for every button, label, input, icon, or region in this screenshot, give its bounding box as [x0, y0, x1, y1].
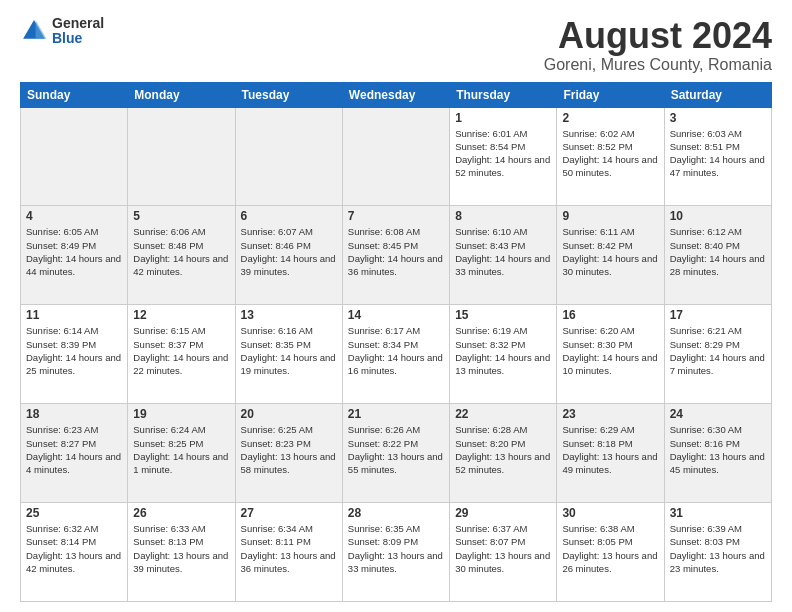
day-number: 5 [133, 209, 229, 223]
day-info: Sunrise: 6:16 AMSunset: 8:35 PMDaylight:… [241, 324, 337, 377]
table-row: 23Sunrise: 6:29 AMSunset: 8:18 PMDayligh… [557, 404, 664, 503]
day-number: 22 [455, 407, 551, 421]
header-friday: Friday [557, 82, 664, 107]
header-thursday: Thursday [450, 82, 557, 107]
table-row: 9Sunrise: 6:11 AMSunset: 8:42 PMDaylight… [557, 206, 664, 305]
day-number: 16 [562, 308, 658, 322]
day-info: Sunrise: 6:07 AMSunset: 8:46 PMDaylight:… [241, 225, 337, 278]
table-row: 6Sunrise: 6:07 AMSunset: 8:46 PMDaylight… [235, 206, 342, 305]
table-row: 25Sunrise: 6:32 AMSunset: 8:14 PMDayligh… [21, 503, 128, 602]
day-info: Sunrise: 6:26 AMSunset: 8:22 PMDaylight:… [348, 423, 444, 476]
day-number: 12 [133, 308, 229, 322]
day-info: Sunrise: 6:11 AMSunset: 8:42 PMDaylight:… [562, 225, 658, 278]
table-row: 10Sunrise: 6:12 AMSunset: 8:40 PMDayligh… [664, 206, 771, 305]
table-row: 11Sunrise: 6:14 AMSunset: 8:39 PMDayligh… [21, 305, 128, 404]
table-row: 4Sunrise: 6:05 AMSunset: 8:49 PMDaylight… [21, 206, 128, 305]
table-row [21, 107, 128, 206]
subtitle: Goreni, Mures County, Romania [544, 56, 772, 74]
day-info: Sunrise: 6:24 AMSunset: 8:25 PMDaylight:… [133, 423, 229, 476]
day-info: Sunrise: 6:34 AMSunset: 8:11 PMDaylight:… [241, 522, 337, 575]
calendar-week-row: 25Sunrise: 6:32 AMSunset: 8:14 PMDayligh… [21, 503, 772, 602]
table-row: 5Sunrise: 6:06 AMSunset: 8:48 PMDaylight… [128, 206, 235, 305]
table-row: 29Sunrise: 6:37 AMSunset: 8:07 PMDayligh… [450, 503, 557, 602]
day-number: 18 [26, 407, 122, 421]
day-info: Sunrise: 6:30 AMSunset: 8:16 PMDaylight:… [670, 423, 766, 476]
day-number: 4 [26, 209, 122, 223]
day-number: 24 [670, 407, 766, 421]
table-row: 17Sunrise: 6:21 AMSunset: 8:29 PMDayligh… [664, 305, 771, 404]
table-row: 18Sunrise: 6:23 AMSunset: 8:27 PMDayligh… [21, 404, 128, 503]
day-info: Sunrise: 6:20 AMSunset: 8:30 PMDaylight:… [562, 324, 658, 377]
day-info: Sunrise: 6:37 AMSunset: 8:07 PMDaylight:… [455, 522, 551, 575]
table-row: 21Sunrise: 6:26 AMSunset: 8:22 PMDayligh… [342, 404, 449, 503]
header-saturday: Saturday [664, 82, 771, 107]
day-info: Sunrise: 6:19 AMSunset: 8:32 PMDaylight:… [455, 324, 551, 377]
table-row: 22Sunrise: 6:28 AMSunset: 8:20 PMDayligh… [450, 404, 557, 503]
table-row: 20Sunrise: 6:25 AMSunset: 8:23 PMDayligh… [235, 404, 342, 503]
day-number: 28 [348, 506, 444, 520]
day-info: Sunrise: 6:12 AMSunset: 8:40 PMDaylight:… [670, 225, 766, 278]
weekday-header-row: Sunday Monday Tuesday Wednesday Thursday… [21, 82, 772, 107]
logo-blue: Blue [52, 31, 104, 46]
day-number: 13 [241, 308, 337, 322]
table-row: 1Sunrise: 6:01 AMSunset: 8:54 PMDaylight… [450, 107, 557, 206]
table-row: 31Sunrise: 6:39 AMSunset: 8:03 PMDayligh… [664, 503, 771, 602]
day-info: Sunrise: 6:38 AMSunset: 8:05 PMDaylight:… [562, 522, 658, 575]
day-number: 9 [562, 209, 658, 223]
day-info: Sunrise: 6:25 AMSunset: 8:23 PMDaylight:… [241, 423, 337, 476]
day-number: 3 [670, 111, 766, 125]
calendar-week-row: 18Sunrise: 6:23 AMSunset: 8:27 PMDayligh… [21, 404, 772, 503]
calendar-table: Sunday Monday Tuesday Wednesday Thursday… [20, 82, 772, 602]
day-number: 29 [455, 506, 551, 520]
table-row [235, 107, 342, 206]
calendar-week-row: 11Sunrise: 6:14 AMSunset: 8:39 PMDayligh… [21, 305, 772, 404]
day-number: 8 [455, 209, 551, 223]
day-info: Sunrise: 6:02 AMSunset: 8:52 PMDaylight:… [562, 127, 658, 180]
svg-marker-1 [36, 21, 47, 40]
table-row: 7Sunrise: 6:08 AMSunset: 8:45 PMDaylight… [342, 206, 449, 305]
table-row: 12Sunrise: 6:15 AMSunset: 8:37 PMDayligh… [128, 305, 235, 404]
day-number: 11 [26, 308, 122, 322]
day-number: 23 [562, 407, 658, 421]
day-number: 15 [455, 308, 551, 322]
day-number: 17 [670, 308, 766, 322]
day-number: 26 [133, 506, 229, 520]
day-info: Sunrise: 6:10 AMSunset: 8:43 PMDaylight:… [455, 225, 551, 278]
day-number: 19 [133, 407, 229, 421]
header-wednesday: Wednesday [342, 82, 449, 107]
day-number: 25 [26, 506, 122, 520]
header-tuesday: Tuesday [235, 82, 342, 107]
table-row: 13Sunrise: 6:16 AMSunset: 8:35 PMDayligh… [235, 305, 342, 404]
day-number: 1 [455, 111, 551, 125]
day-info: Sunrise: 6:17 AMSunset: 8:34 PMDaylight:… [348, 324, 444, 377]
main-title: August 2024 [544, 16, 772, 56]
table-row: 28Sunrise: 6:35 AMSunset: 8:09 PMDayligh… [342, 503, 449, 602]
day-info: Sunrise: 6:29 AMSunset: 8:18 PMDaylight:… [562, 423, 658, 476]
day-info: Sunrise: 6:35 AMSunset: 8:09 PMDaylight:… [348, 522, 444, 575]
table-row: 27Sunrise: 6:34 AMSunset: 8:11 PMDayligh… [235, 503, 342, 602]
table-row: 14Sunrise: 6:17 AMSunset: 8:34 PMDayligh… [342, 305, 449, 404]
day-number: 2 [562, 111, 658, 125]
day-info: Sunrise: 6:39 AMSunset: 8:03 PMDaylight:… [670, 522, 766, 575]
day-number: 20 [241, 407, 337, 421]
table-row: 30Sunrise: 6:38 AMSunset: 8:05 PMDayligh… [557, 503, 664, 602]
table-row: 16Sunrise: 6:20 AMSunset: 8:30 PMDayligh… [557, 305, 664, 404]
table-row: 15Sunrise: 6:19 AMSunset: 8:32 PMDayligh… [450, 305, 557, 404]
day-info: Sunrise: 6:14 AMSunset: 8:39 PMDaylight:… [26, 324, 122, 377]
table-row: 2Sunrise: 6:02 AMSunset: 8:52 PMDaylight… [557, 107, 664, 206]
day-number: 6 [241, 209, 337, 223]
day-number: 10 [670, 209, 766, 223]
day-number: 30 [562, 506, 658, 520]
table-row: 26Sunrise: 6:33 AMSunset: 8:13 PMDayligh… [128, 503, 235, 602]
header: General Blue August 2024 Goreni, Mures C… [20, 16, 772, 74]
day-info: Sunrise: 6:21 AMSunset: 8:29 PMDaylight:… [670, 324, 766, 377]
day-info: Sunrise: 6:08 AMSunset: 8:45 PMDaylight:… [348, 225, 444, 278]
day-info: Sunrise: 6:01 AMSunset: 8:54 PMDaylight:… [455, 127, 551, 180]
day-number: 27 [241, 506, 337, 520]
table-row [128, 107, 235, 206]
day-info: Sunrise: 6:03 AMSunset: 8:51 PMDaylight:… [670, 127, 766, 180]
day-number: 14 [348, 308, 444, 322]
title-section: August 2024 Goreni, Mures County, Romani… [544, 16, 772, 74]
table-row [342, 107, 449, 206]
calendar-week-row: 4Sunrise: 6:05 AMSunset: 8:49 PMDaylight… [21, 206, 772, 305]
